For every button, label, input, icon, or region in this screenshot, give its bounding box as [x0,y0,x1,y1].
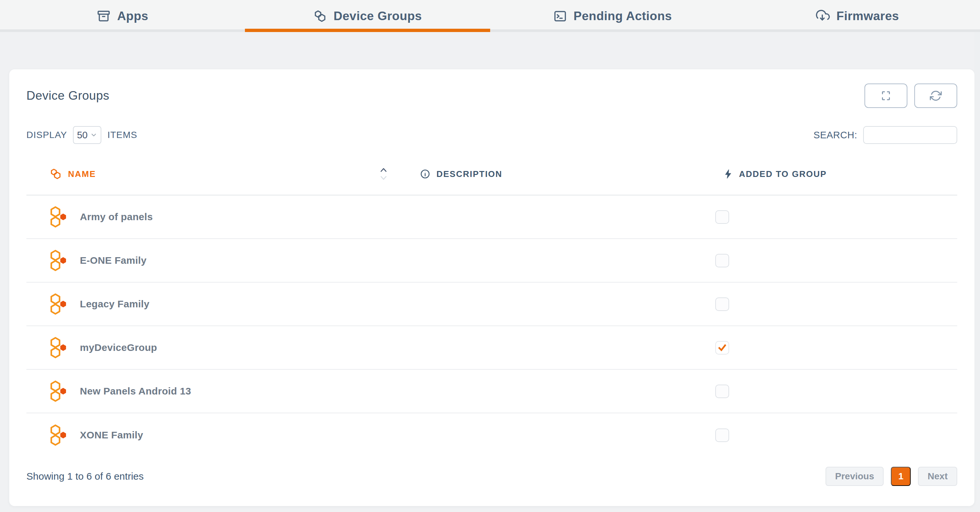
row-checkbox[interactable] [715,385,729,398]
device-groups-icon [49,168,62,180]
tab-firmwares[interactable]: Firmwares [735,0,980,32]
scrollbar-track[interactable] [974,0,980,480]
refresh-icon [930,90,942,102]
panel-header: Device Groups [26,83,957,109]
table-footer: Showing 1 to 6 of 6 entries Previous 1 N… [26,467,957,486]
device-groups-table: NAME [26,153,957,457]
page-background: Device Groups [0,32,980,512]
expand-icon [880,90,892,102]
column-header-name[interactable]: NAME [26,167,408,181]
tab-label: Device Groups [334,9,422,23]
search-label: SEARCH: [814,130,857,141]
row-checkbox[interactable] [715,254,729,267]
tab-pending-actions[interactable]: Pending Actions [490,0,735,32]
row-name: Legacy Family [80,299,150,310]
column-label: NAME [68,169,96,179]
tab-label: Firmwares [837,9,899,23]
group-added-cell [715,428,957,442]
fullscreen-button[interactable] [864,84,907,108]
tab-apps[interactable]: Apps [0,0,245,32]
terminal-icon [553,9,567,23]
table-toolbar: DISPLAY 50 ITEMS SEARCH: [26,126,957,144]
row-checkbox[interactable] [715,428,729,442]
info-icon [420,169,430,179]
tab-device-groups[interactable]: Device Groups [245,0,490,32]
group-name-cell: XONE Family [26,424,408,446]
items-label: ITEMS [107,130,137,140]
column-label: ADDED TO GROUP [739,169,827,179]
sort-desc-icon [380,176,388,181]
active-tab-indicator [245,29,490,32]
row-name: Army of panels [80,211,153,223]
search-input[interactable] [863,126,957,144]
device-group-row-icon [49,424,67,446]
current-page-button[interactable]: 1 [891,467,911,486]
row-name: myDeviceGroup [80,342,157,353]
cloud-download-icon [816,9,830,23]
tab-label: Apps [117,9,148,23]
group-added-cell [715,341,957,355]
row-checkbox[interactable] [715,210,729,224]
page-size-value: 50 [77,130,88,141]
page-size-select[interactable]: 50 [73,126,101,144]
previous-page-button[interactable]: Previous [826,467,884,486]
archive-icon [97,9,111,23]
column-header-description[interactable]: DESCRIPTION [408,169,715,179]
page-title: Device Groups [26,89,109,103]
refresh-button[interactable] [914,84,957,108]
table-row[interactable]: Legacy Family [26,283,957,326]
row-name: E-ONE Family [80,255,146,266]
table-row[interactable]: Army of panels [26,196,957,239]
group-added-cell [715,254,957,267]
row-checkbox[interactable] [715,341,729,355]
group-name-cell: E-ONE Family [26,249,408,272]
search-control: SEARCH: [814,126,957,144]
group-name-cell: Legacy Family [26,293,408,315]
tab-underline-track [0,29,980,32]
pagination: Previous 1 Next [826,467,957,486]
tab-label: Pending Actions [574,9,672,23]
column-label: DESCRIPTION [436,169,503,179]
device-group-row-icon [49,249,67,272]
table-row[interactable]: New Panels Android 13 [26,370,957,413]
table-header-row: NAME [26,153,957,196]
group-added-cell [715,385,957,398]
group-added-cell [715,297,957,311]
sort-control[interactable] [380,167,388,181]
row-name: XONE Family [80,429,143,441]
next-page-button[interactable]: Next [918,467,957,486]
chevron-down-icon [90,131,97,138]
top-tab-bar: Apps Device Groups Pending Actions [0,0,980,32]
check-icon [717,343,727,353]
row-checkbox[interactable] [715,297,729,311]
device-group-row-icon [49,380,67,402]
table-row[interactable]: E-ONE Family [26,239,957,283]
column-header-added-to-group[interactable]: ADDED TO GROUP [715,169,957,179]
device-group-row-icon [49,293,67,315]
table-row[interactable]: myDeviceGroup [26,326,957,370]
bolt-icon [723,169,733,179]
display-label: DISPLAY [26,130,67,140]
page-size-control: DISPLAY 50 ITEMS [26,126,137,144]
device-group-row-icon [49,206,67,228]
device-groups-panel: Device Groups [9,69,974,506]
sort-asc-icon [380,167,388,172]
group-added-cell [715,210,957,224]
table-row[interactable]: XONE Family [26,413,957,457]
entries-summary: Showing 1 to 6 of 6 entries [26,471,143,482]
device-group-row-icon [49,336,67,359]
table-body: Army of panels E-ONE Family [26,196,957,457]
device-groups-icon [313,9,327,23]
group-name-cell: New Panels Android 13 [26,380,408,402]
group-name-cell: myDeviceGroup [26,336,408,359]
group-name-cell: Army of panels [26,206,408,228]
row-name: New Panels Android 13 [80,386,191,397]
panel-actions [864,84,957,108]
